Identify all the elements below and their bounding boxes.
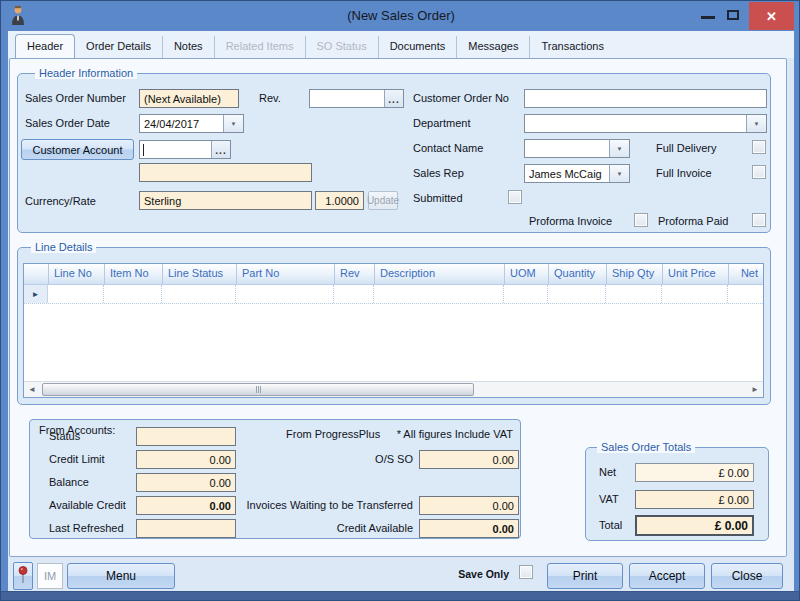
grid-data-row[interactable]: ► — [24, 285, 763, 304]
scroll-left-button[interactable]: ◄ — [24, 382, 40, 396]
maximize-button[interactable] — [727, 10, 739, 20]
sales-order-number-label: Sales Order Number — [25, 92, 126, 104]
customer-account-field[interactable]: ... — [139, 140, 231, 159]
full-delivery-checkbox[interactable] — [752, 140, 766, 154]
grid-col-line-status[interactable]: Line Status — [162, 264, 236, 284]
tab-messages[interactable]: Messages — [457, 36, 530, 58]
grid-col-item-no[interactable]: Item No — [104, 264, 162, 284]
full-delivery-label: Full Delivery — [656, 142, 717, 154]
minimize-button[interactable] — [701, 16, 715, 19]
status-field — [136, 427, 236, 446]
grid-row-selector[interactable]: ► — [24, 285, 48, 303]
grid-cell[interactable] — [162, 285, 236, 303]
scroll-right-button[interactable]: ► — [747, 382, 763, 396]
total-label: Total — [599, 519, 622, 531]
scroll-thumb[interactable] — [42, 383, 474, 396]
net-label: Net — [599, 466, 616, 478]
rev-browse-button[interactable]: ... — [384, 90, 403, 107]
grid-cell[interactable] — [236, 285, 334, 303]
pin-button[interactable] — [13, 562, 33, 590]
department-label: Department — [413, 117, 470, 129]
grid-col-net[interactable]: Net — [728, 264, 762, 284]
contact-name-combo[interactable]: ▼ — [524, 139, 630, 158]
currency-rate-label: Currency/Rate — [25, 195, 96, 207]
grip-icon — [256, 386, 257, 393]
rate-field: 1.0000 — [315, 191, 364, 210]
grid-cell[interactable] — [548, 285, 606, 303]
submitted-label: Submitted — [413, 192, 463, 204]
grid-cell[interactable] — [728, 285, 762, 303]
grid-header-row: Line No Item No Line Status Part No Rev … — [24, 264, 763, 285]
os-so-field: 0.00 — [419, 450, 519, 469]
window-bottom-edge — [1, 591, 800, 601]
grid-cell[interactable] — [334, 285, 374, 303]
accounts-note: From ProgressPlus * All figures Include … — [201, 424, 513, 442]
save-only-label: Save Only — [399, 568, 509, 580]
grid-col-quantity[interactable]: Quantity — [548, 264, 606, 284]
grid-col-line-no[interactable]: Line No — [48, 264, 104, 284]
print-button[interactable]: Print — [547, 563, 623, 589]
window-title: (New Sales Order) — [1, 8, 800, 23]
customer-name-field — [139, 163, 312, 182]
department-dropdown-button[interactable]: ▼ — [746, 115, 766, 132]
row-selector-icon: ► — [32, 290, 40, 299]
proforma-invoice-label: Proforma Invoice — [529, 215, 612, 227]
grid-col-unit-price[interactable]: Unit Price — [662, 264, 728, 284]
grid-cell[interactable] — [48, 285, 104, 303]
credit-available-field: 0.00 — [419, 519, 519, 538]
chevron-down-icon: ▼ — [617, 171, 623, 177]
grid-cell[interactable] — [504, 285, 548, 303]
customer-order-no-field[interactable] — [524, 89, 767, 108]
grid-h-scrollbar[interactable]: ◄ ► — [24, 381, 763, 397]
customer-account-browse-button[interactable]: ... — [211, 141, 230, 158]
tab-notes[interactable]: Notes — [163, 36, 215, 58]
grid-cell[interactable] — [374, 285, 504, 303]
grid-col-ship-qty[interactable]: Ship Qty — [606, 264, 662, 284]
ellipsis-icon: ... — [215, 145, 226, 156]
proforma-invoice-checkbox[interactable] — [634, 213, 648, 227]
window: (New Sales Order) ✕ Header Order Details… — [0, 0, 800, 601]
full-invoice-checkbox[interactable] — [752, 165, 766, 179]
contact-name-label: Contact Name — [413, 142, 483, 154]
arrow-left-icon: ◄ — [28, 385, 36, 394]
sales-order-number-field: (Next Available) — [139, 89, 239, 108]
submitted-checkbox[interactable] — [508, 190, 522, 204]
proforma-paid-checkbox[interactable] — [752, 213, 766, 227]
sales-order-date-label: Sales Order Date — [25, 117, 110, 129]
window-close-button[interactable]: ✕ — [749, 2, 794, 30]
rev-field[interactable]: ... — [309, 89, 404, 108]
menu-button[interactable]: Menu — [67, 563, 175, 589]
customer-account-button[interactable]: Customer Account — [21, 139, 134, 160]
tab-transactions[interactable]: Transactions — [530, 36, 615, 58]
grid-cell[interactable] — [606, 285, 662, 303]
grid-cell[interactable] — [662, 285, 728, 303]
sales-rep-dropdown-button[interactable]: ▼ — [609, 165, 629, 182]
grid-cell[interactable] — [104, 285, 162, 303]
full-invoice-label: Full Invoice — [656, 167, 712, 179]
im-button[interactable]: IM — [37, 563, 63, 589]
tab-header[interactable]: Header — [15, 34, 75, 58]
contact-name-dropdown-button[interactable]: ▼ — [609, 140, 629, 157]
tab-documents[interactable]: Documents — [379, 36, 458, 58]
accept-button[interactable]: Accept — [629, 563, 705, 589]
update-button[interactable]: Update — [368, 191, 398, 210]
grid-col-description[interactable]: Description — [374, 264, 504, 284]
balance-label: Balance — [49, 476, 89, 488]
department-combo[interactable]: ▼ — [524, 114, 767, 133]
sales-order-date-combo[interactable]: 24/04/2017 ▼ — [139, 114, 244, 133]
grid-col-uom[interactable]: UOM — [504, 264, 548, 284]
invoices-waiting-label: Invoices Waiting to be Transferred — [201, 499, 413, 511]
chevron-down-icon: ▼ — [754, 121, 760, 127]
grid-col-part-no[interactable]: Part No — [236, 264, 334, 284]
sales-rep-combo[interactable]: James McCaig ▼ — [524, 164, 630, 183]
grid-col-rev[interactable]: Rev — [334, 264, 374, 284]
vat-label: VAT — [599, 493, 619, 505]
tab-so-status: SO Status — [306, 36, 379, 58]
save-only-checkbox[interactable] — [519, 565, 533, 579]
available-credit-label: Available Credit — [49, 499, 126, 511]
close-button[interactable]: Close — [711, 563, 783, 589]
tab-order-details[interactable]: Order Details — [75, 36, 163, 58]
last-refreshed-field — [136, 519, 236, 538]
date-dropdown-button[interactable]: ▼ — [223, 115, 243, 132]
currency-field: Sterling — [139, 191, 312, 210]
